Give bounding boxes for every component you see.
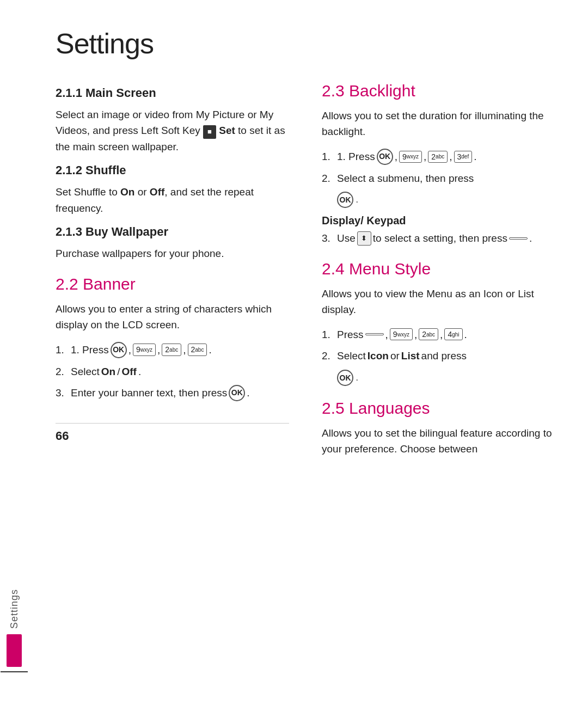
- step3-text: Enter your banner text, then press: [71, 385, 227, 401]
- comma-3: ,: [183, 342, 186, 358]
- section-24: 2.4 Menu Style Allows you to view the Me…: [322, 260, 555, 386]
- section-23: 2.3 Backlight Allows you to set the dura…: [322, 82, 555, 247]
- step1-num-24: 1.: [322, 327, 335, 342]
- left-column: 2.1.1 Main Screen Select an image or vid…: [56, 82, 289, 672]
- step2-icon-24: Icon: [367, 348, 389, 364]
- section-211-body: Select an image or video from My Picture…: [56, 107, 289, 155]
- key-2abc-r: 2abc: [428, 151, 448, 163]
- section-22-step2: 2. Select On/Off.: [56, 364, 289, 379]
- section-213-body: Purchase wallpapers for your phone.: [56, 246, 289, 261]
- step2-sep: /: [117, 364, 120, 379]
- key-blank-24: [365, 333, 384, 335]
- comma-1: ,: [128, 342, 131, 358]
- step2-off: Off: [121, 364, 136, 379]
- soft-key-icon: ■: [203, 125, 216, 138]
- page-title: Settings: [56, 27, 555, 60]
- step2-content-24: Select Icon or List and press: [337, 348, 467, 364]
- section-213-heading: 2.1.3 Buy Wallpaper: [56, 225, 289, 239]
- main-content: Settings 2.1.1 Main Screen Select an ima…: [28, 0, 588, 705]
- section-22: 2.2 Banner Allows you to enter a string …: [56, 275, 289, 401]
- section-211: 2.1.1 Main Screen Select an image or vid…: [56, 86, 289, 155]
- section-23-heading: 2.3 Backlight: [322, 82, 555, 100]
- step3-content: Enter your banner text, then press OK .: [71, 385, 250, 401]
- section-22-body: Allows you to enter a string of characte…: [56, 301, 289, 333]
- step2-ok-container: OK .: [337, 192, 555, 208]
- ok-key-24: OK: [337, 370, 353, 386]
- section-23-step2: 2. Select a submenu, then press: [322, 170, 555, 186]
- comma-2: ,: [157, 342, 160, 358]
- step3-suffix: to select a setting, then press: [373, 230, 507, 246]
- key-3def-r: 3def: [454, 151, 473, 163]
- ok-key-r1: OK: [377, 149, 393, 165]
- sidebar-line: [1, 671, 28, 672]
- sidebar: Settings: [0, 0, 28, 705]
- step1-press-label: 1. Press: [71, 342, 109, 358]
- section-24-body: Allows you to view the Menu as an Icon o…: [322, 286, 555, 318]
- section-23-step3: 3. Use ⬍ to select a setting, then press…: [322, 230, 555, 246]
- key-2abc-2: 2abc: [188, 344, 207, 355]
- sidebar-label: Settings: [9, 589, 20, 629]
- step2-num-r: 2.: [322, 170, 335, 186]
- step3-num: 3.: [56, 385, 69, 401]
- step3-num-r: 3.: [322, 230, 335, 246]
- section-212: 2.1.2 Shuffle Set Shuffle to On or Off, …: [56, 163, 289, 216]
- step1-num-r: 1.: [322, 149, 335, 164]
- step2-on: On: [101, 364, 115, 379]
- section-25-body: Allows you to set the bilingual feature …: [322, 425, 555, 457]
- page-number: 66: [56, 423, 289, 443]
- step2-list-24: List: [401, 348, 420, 364]
- step3-period: .: [247, 385, 249, 401]
- page-container: Settings Settings 2.1.1 Main Screen Sele…: [0, 0, 588, 705]
- key-9wxyz-24: 9wxyz: [390, 328, 413, 340]
- right-column: 2.3 Backlight Allows you to set the dura…: [322, 82, 555, 672]
- key-4ghi-24: 4ghi: [444, 328, 462, 340]
- step1-press-24: Press: [337, 327, 364, 342]
- step2-text-r: Select a submenu, then press: [337, 170, 474, 186]
- sidebar-bar: [7, 634, 22, 667]
- section-23-step1: 1. 1. Press OK , 9wxyz , 2abc , 3def .: [322, 149, 555, 165]
- step1-num: 1.: [56, 342, 69, 358]
- step2-select: Select: [71, 364, 100, 379]
- step3-key: [509, 237, 528, 240]
- section-24-step2: 2. Select Icon or List and press: [322, 348, 555, 364]
- step1-content: 1. Press OK , 9wxyz , 2abc , 2abc .: [71, 342, 212, 358]
- ok-key-1: OK: [111, 342, 127, 358]
- section-22-step3: 3. Enter your banner text, then press OK…: [56, 385, 289, 401]
- section-22-step1: 1. 1. Press OK , 9wxyz , 2abc , 2abc .: [56, 342, 289, 358]
- key-9wxyz-r: 9wxyz: [399, 151, 422, 163]
- section-23-body: Allows you to set the duration for illum…: [322, 108, 555, 140]
- ok-key-r2: OK: [337, 192, 353, 208]
- step2-content: Select On/Off.: [71, 364, 141, 379]
- key-9wxyz-1: 9wxyz: [133, 344, 156, 355]
- section-24-heading: 2.4 Menu Style: [322, 260, 555, 278]
- step2-ok-24-container: OK .: [337, 370, 555, 386]
- display-keypad-heading: Display/ Keypad: [322, 214, 555, 227]
- key-2abc-1: 2abc: [162, 344, 181, 355]
- step2-num: 2.: [56, 364, 69, 379]
- section-212-heading: 2.1.2 Shuffle: [56, 163, 289, 177]
- nav-key: ⬍: [357, 231, 371, 246]
- section-22-heading: 2.2 Banner: [56, 275, 289, 293]
- ok-key-2: OK: [229, 385, 245, 401]
- period-1: .: [209, 342, 211, 358]
- step2-select-24: Select: [337, 348, 366, 364]
- section-213: 2.1.3 Buy Wallpaper Purchase wallpapers …: [56, 225, 289, 261]
- columns-layout: 2.1.1 Main Screen Select an image or vid…: [56, 82, 555, 672]
- step2-content-r: Select a submenu, then press: [337, 170, 474, 186]
- step1-content-r: 1. Press OK , 9wxyz , 2abc , 3def .: [337, 149, 476, 165]
- step3-use: Use: [337, 230, 356, 246]
- step2-or-24: or: [390, 348, 400, 364]
- section-212-body: Set Shuffle to On or Off, and set the re…: [56, 184, 289, 216]
- step1-press-r: 1. Press: [337, 149, 375, 164]
- section-24-step1: 1. Press , 9wxyz , 2abc , 4ghi .: [322, 327, 555, 342]
- section-25-heading: 2.5 Languages: [322, 399, 555, 418]
- step2-num-24: 2.: [322, 348, 335, 364]
- key-2abc-24: 2abc: [419, 328, 438, 340]
- section-25: 2.5 Languages Allows you to set the bili…: [322, 399, 555, 457]
- step2-and-press: and press: [421, 348, 467, 364]
- step1-content-24: Press , 9wxyz , 2abc , 4ghi .: [337, 327, 467, 342]
- section-211-heading: 2.1.1 Main Screen: [56, 86, 289, 100]
- step3-content-r: Use ⬍ to select a setting, then press .: [337, 230, 532, 246]
